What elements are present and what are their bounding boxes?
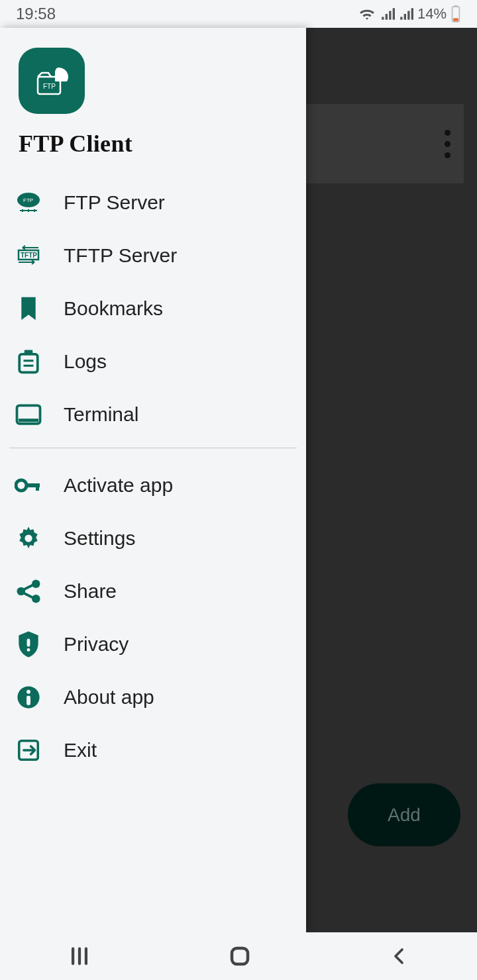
svg-rect-30 [27, 638, 30, 646]
svg-point-21 [16, 480, 26, 491]
home-button[interactable] [228, 944, 252, 968]
svg-line-28 [24, 585, 34, 590]
drawer-item-share[interactable]: Share [0, 565, 306, 618]
android-nav-bar [0, 932, 477, 980]
gear-icon [13, 525, 44, 552]
svg-rect-1 [454, 5, 457, 7]
wifi-icon [358, 7, 376, 21]
drawer-item-label: Settings [64, 527, 135, 550]
svg-text:FTP: FTP [23, 197, 33, 203]
key-icon [13, 477, 44, 493]
drawer-item-about[interactable]: About app [0, 671, 306, 724]
status-bar: 19:58 14% [0, 0, 477, 28]
status-time: 19:58 [16, 5, 56, 23]
drawer-item-bookmarks[interactable]: Bookmarks [0, 282, 306, 335]
svg-rect-20 [19, 418, 38, 422]
app-logo-icon: FTP [19, 48, 85, 114]
svg-point-24 [25, 534, 32, 542]
navigation-drawer: FTP FTP Client FTP FTP Server TFTP TFTP … [0, 28, 306, 932]
svg-rect-16 [25, 350, 33, 356]
signal-icon-2 [399, 7, 413, 21]
drawer-item-tftp-server[interactable]: TFTP TFTP Server [0, 229, 306, 282]
drawer-item-label: Exit [64, 739, 97, 761]
drawer-item-privacy[interactable]: Privacy [0, 618, 306, 671]
svg-point-31 [27, 648, 30, 652]
exit-icon [13, 738, 44, 763]
drawer-item-settings[interactable]: Settings [0, 512, 306, 565]
add-button[interactable]: Add [348, 783, 460, 846]
battery-pct: 14% [417, 5, 447, 23]
drawer-item-label: Logs [64, 350, 107, 373]
tftp-server-icon: TFTP [13, 244, 44, 268]
svg-point-33 [26, 690, 30, 694]
signal-icon [380, 7, 395, 21]
drawer-item-label: Privacy [64, 633, 129, 656]
ftp-server-icon: FTP [13, 191, 44, 215]
bookmark-icon [13, 295, 44, 322]
app-bar [292, 104, 464, 183]
svg-rect-39 [232, 948, 248, 964]
shield-icon [13, 630, 44, 659]
logs-icon [13, 348, 44, 375]
drawer-item-label: Terminal [64, 403, 138, 426]
svg-text:FTP: FTP [43, 83, 56, 90]
svg-rect-23 [36, 483, 39, 491]
drawer-item-label: Bookmarks [64, 297, 163, 320]
drawer-item-label: TFTP Server [64, 244, 177, 267]
svg-rect-34 [26, 696, 30, 705]
drawer-item-logs[interactable]: Logs [0, 335, 306, 388]
battery-icon [450, 5, 461, 23]
svg-text:TFTP: TFTP [21, 252, 37, 259]
overflow-menu-button[interactable] [445, 130, 450, 158]
drawer-item-exit[interactable]: Exit [0, 724, 306, 777]
recents-button[interactable] [68, 945, 91, 967]
svg-line-29 [24, 593, 34, 599]
drawer-item-ftp-server[interactable]: FTP FTP Server [0, 176, 306, 229]
drawer-menu: FTP FTP Server TFTP TFTP Server Bookmark… [0, 164, 306, 777]
back-button[interactable] [389, 946, 409, 966]
drawer-item-activate[interactable]: Activate app [0, 459, 306, 512]
status-right: 14% [358, 5, 461, 23]
drawer-header: FTP FTP Client [0, 28, 306, 164]
drawer-item-label: FTP Server [64, 191, 165, 214]
svg-rect-15 [19, 354, 38, 373]
terminal-icon [13, 403, 44, 426]
drawer-item-label: Activate app [64, 474, 173, 497]
info-icon [13, 685, 44, 710]
drawer-item-label: About app [64, 686, 154, 709]
divider [9, 448, 297, 448]
drawer-item-label: Share [64, 580, 117, 603]
svg-rect-2 [453, 19, 458, 21]
app-title: FTP Client [19, 130, 288, 158]
share-icon [13, 578, 44, 605]
drawer-item-terminal[interactable]: Terminal [0, 388, 306, 441]
